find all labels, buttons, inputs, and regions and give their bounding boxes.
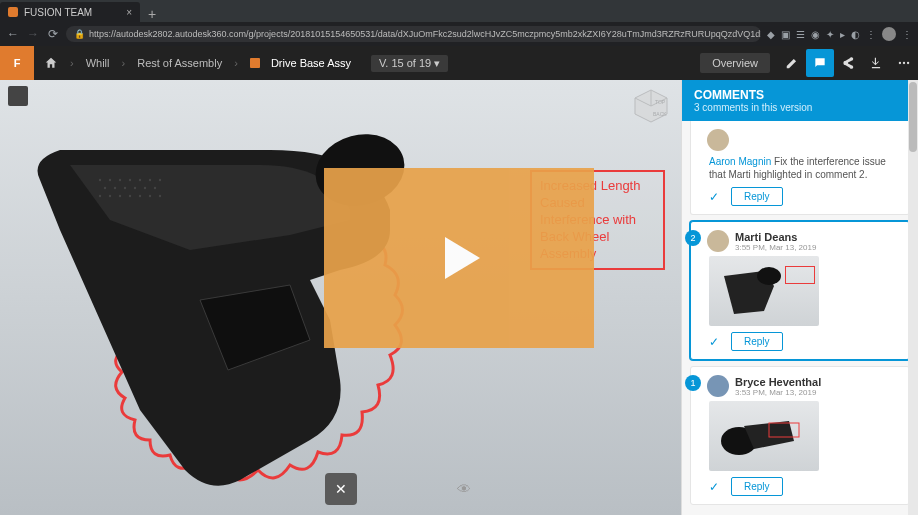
svg-point-14 [149,179,151,181]
lock-icon: 🔒 [74,29,85,39]
comment-thumbnail[interactable] [709,256,819,326]
reply-button[interactable]: Reply [731,477,783,496]
svg-point-25 [129,195,131,197]
app-logo[interactable]: F [0,46,34,80]
svg-point-15 [159,179,161,181]
svg-point-16 [104,187,106,189]
reply-button[interactable]: Reply [731,187,783,206]
reply-button[interactable]: Reply [731,332,783,351]
comment-timestamp: 3:55 PM, Mar 13, 2019 [735,243,816,252]
breadcrumb-item[interactable]: Rest of Assembly [127,46,232,80]
svg-point-0 [899,62,901,64]
ext-icon[interactable]: ▣ [781,29,790,40]
comments-list[interactable]: Aaron Magnin Fix the interference issue … [682,121,918,515]
avatar [707,129,729,151]
comment-card[interactable]: Aaron Magnin Fix the interference issue … [690,121,910,215]
browser-toggle[interactable] [8,86,28,106]
ext-icon[interactable]: ✦ [826,29,834,40]
comment-card[interactable]: 2 Marti Deans 3:55 PM, Mar 13, 2019 ✓ Re… [690,221,910,360]
version-selector[interactable]: V. 15 of 19 ▾ [371,55,448,72]
svg-point-20 [144,187,146,189]
resolve-icon[interactable]: ✓ [709,190,719,204]
back-icon[interactable]: ← [6,27,20,41]
svg-point-26 [139,195,141,197]
scrollbar-thumb[interactable] [909,82,917,152]
overview-button[interactable]: Overview [700,53,770,73]
panel-header: COMMENTS 3 comments in this version [682,80,918,121]
address-bar[interactable]: 🔒 https://autodesk2802.autodesk360.com/g… [66,26,761,42]
comment-text: Aaron Magnin Fix the interference issue … [709,155,901,181]
comment-card[interactable]: 1 Bryce Heventhal 3:53 PM, Mar 13, 2019 … [690,366,910,505]
browser-tabs: FUSION TEAM × + [0,0,918,22]
new-tab-button[interactable]: + [140,6,164,22]
ext-icon[interactable]: ▸ [840,29,845,40]
tab-title: FUSION TEAM [24,7,92,18]
svg-point-22 [99,195,101,197]
chevron-right-icon: › [68,57,76,69]
comments-icon[interactable] [806,49,834,77]
svg-text:TOP: TOP [655,99,666,105]
profile-avatar[interactable] [882,27,896,41]
browser-toolbar: ← → ⟳ 🔒 https://autodesk2802.autodesk360… [0,22,918,46]
vertical-scrollbar[interactable] [908,80,918,515]
extension-icons: ◆ ▣ ☰ ◉ ✦ ▸ ◐ ⋮ ⋮ [767,27,912,41]
svg-text:BACK: BACK [653,111,667,117]
ext-icon[interactable]: ◆ [767,29,775,40]
ext-icon[interactable]: ◐ [851,29,860,40]
ext-icon[interactable]: ☰ [796,29,805,40]
markup-mini [785,266,815,284]
tab-close-icon[interactable]: × [126,7,132,18]
svg-point-2 [907,62,909,64]
video-play-overlay[interactable] [324,168,594,348]
svg-point-28 [159,195,161,197]
chevron-right-icon: › [232,57,240,69]
file-icon [250,58,260,68]
svg-marker-33 [445,237,480,279]
ext-icon[interactable]: ⋮ [866,29,876,40]
edit-icon[interactable] [778,49,806,77]
resolve-icon[interactable]: ✓ [709,335,719,349]
close-markup-button[interactable]: ✕ [325,473,357,505]
reload-icon[interactable]: ⟳ [46,27,60,41]
home-button[interactable] [34,46,68,80]
svg-point-30 [757,267,781,285]
ext-icon[interactable]: ◉ [811,29,820,40]
more-icon[interactable] [890,49,918,77]
comments-panel: COMMENTS 3 comments in this version Aaro… [681,80,918,515]
browser-tab[interactable]: FUSION TEAM × [0,2,140,22]
comment-number-badge: 2 [685,230,701,246]
download-icon[interactable] [862,49,890,77]
comment-timestamp: 3:53 PM, Mar 13, 2019 [735,388,821,397]
svg-point-21 [154,187,156,189]
panel-title: COMMENTS [694,88,906,102]
resolve-icon[interactable]: ✓ [709,480,719,494]
svg-point-12 [129,179,131,181]
svg-point-9 [99,179,101,181]
breadcrumb-item[interactable]: Drive Base Assy [240,46,361,80]
comment-author: Bryce Heventhal [735,376,821,388]
svg-point-24 [119,195,121,197]
svg-point-19 [134,187,136,189]
app-header: F › Whill › Rest of Assembly › Drive Bas… [0,46,918,80]
avatar [707,230,729,252]
visibility-icon[interactable]: 👁 [457,481,471,497]
share-icon[interactable] [834,49,862,77]
forward-icon[interactable]: → [26,27,40,41]
svg-point-10 [109,179,111,181]
view-cube[interactable]: TOPBACK [631,86,671,126]
svg-point-27 [149,195,151,197]
panel-subtitle: 3 comments in this version [694,102,906,113]
url-text: https://autodesk2802.autodesk360.com/g/p… [89,29,761,39]
svg-point-17 [114,187,116,189]
comment-author: Marti Deans [735,231,816,243]
favicon [8,7,18,17]
avatar [707,375,729,397]
svg-point-11 [119,179,121,181]
svg-point-1 [903,62,905,64]
menu-icon[interactable]: ⋮ [902,29,912,40]
svg-point-18 [124,187,126,189]
chevron-right-icon: › [120,57,128,69]
comment-number-badge: 1 [685,375,701,391]
comment-thumbnail[interactable] [709,401,819,471]
breadcrumb-item[interactable]: Whill [76,46,120,80]
